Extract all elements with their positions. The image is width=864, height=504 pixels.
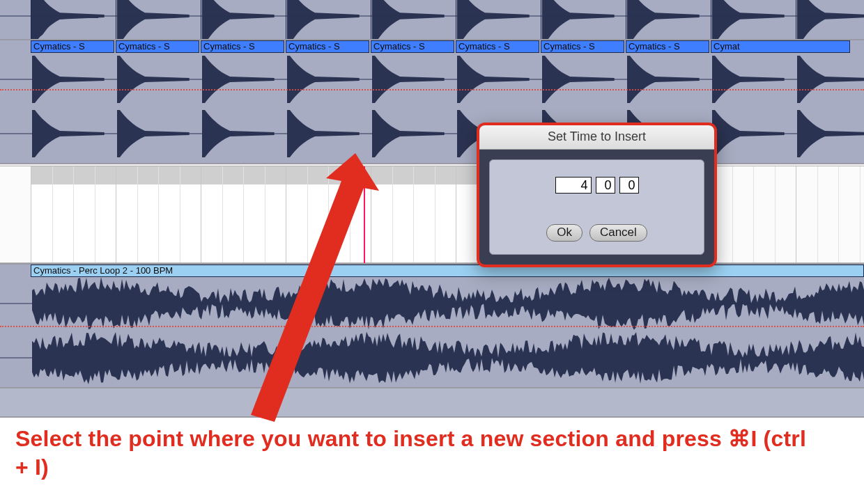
timeline-selection-body [31, 184, 477, 262]
clip-header-segment[interactable]: Cymatics - S [541, 40, 624, 53]
playhead-cursor[interactable] [364, 166, 365, 264]
clip-label: Cymatics - Perc Loop 2 - 100 BPM [33, 265, 173, 276]
time-input-group [555, 177, 639, 194]
waveform-track2-L [0, 277, 864, 330]
set-time-dialog: Set Time to Insert Ok Cancel [477, 123, 717, 267]
track-lane-3[interactable] [0, 388, 864, 416]
track-lane-empty[interactable] [0, 166, 864, 263]
clip-header-segment[interactable]: Cymatics - S [456, 40, 539, 53]
threshold-line-track1 [0, 89, 864, 90]
ticks-input[interactable] [619, 177, 639, 194]
clip-headers-track1: Cymatics - SCymatics - SCymatics - SCyma… [0, 40, 864, 53]
timeline-selection [31, 166, 477, 184]
clip-header-segment[interactable]: Cymatics - S [371, 40, 454, 53]
track-lane-0[interactable] [0, 0, 864, 39]
ok-button[interactable]: Ok [546, 224, 583, 242]
clip-header-segment[interactable]: Cymatics - S [116, 40, 199, 53]
cancel-button[interactable]: Cancel [589, 224, 647, 242]
threshold-line-track2 [0, 326, 864, 327]
annotation-caption: Select the point where you want to inser… [15, 425, 822, 482]
clip-header-segment[interactable]: Cymat [711, 40, 850, 53]
clip-header-segment[interactable]: Cymatics - S [201, 40, 284, 53]
waveform-track0 [0, 0, 864, 39]
beats-input[interactable] [596, 177, 615, 194]
clip-header-segment[interactable]: Cymatics - S [286, 40, 369, 53]
bars-input[interactable] [555, 177, 592, 194]
clip-header-percloop[interactable]: Cymatics - Perc Loop 2 - 100 BPM [31, 265, 864, 277]
waveform-track1-L [0, 53, 864, 106]
track-lane-1[interactable]: Cymatics - SCymatics - SCymatics - SCyma… [0, 40, 864, 163]
waveform-track1-R [0, 107, 864, 160]
waveform-track2-R [0, 331, 864, 384]
clip-header-segment[interactable]: Cymatics - S [31, 40, 114, 53]
clip-header-segment[interactable]: Cymatics - S [626, 40, 709, 53]
dialog-title: Set Time to Insert [479, 125, 714, 150]
